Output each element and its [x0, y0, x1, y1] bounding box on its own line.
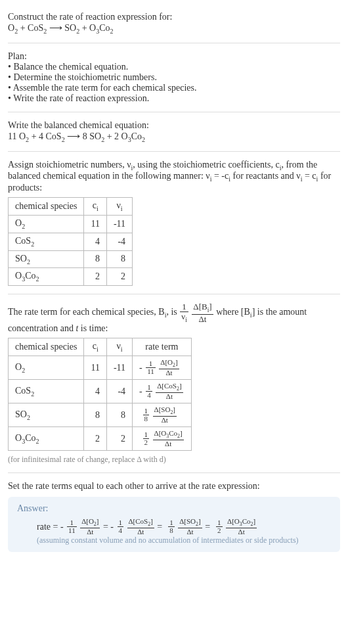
assign-text: Assign stoichiometric numbers, νi, using…: [8, 160, 340, 194]
balanced-block: Write the balanced chemical equation: 11…: [8, 120, 340, 143]
table-row: CoS2 4 -4 - 14 Δ[CoS2]Δt: [9, 380, 192, 403]
rate-table: chemical species ci νi rate term O2 11 -…: [8, 338, 192, 451]
table-row: SO2 8 8 18 Δ[SO2]Δt: [9, 403, 192, 427]
separator: [8, 151, 340, 152]
table-row: SO2 8 8: [9, 250, 133, 268]
document-root: Construct the rate of reaction expressio…: [0, 0, 348, 559]
table-row: CoS2 4 -4: [9, 233, 133, 250]
plan-item: • Determine the stoichiometric numbers.: [8, 72, 340, 83]
answer-expression: rate = - 111 Δ[O2]Δt = - 14 Δ[CoS2]Δt = …: [17, 518, 331, 536]
prompt-title: Construct the rate of reaction expressio…: [8, 12, 340, 22]
set-equal-text: Set the rate terms equal to each other t…: [8, 481, 340, 492]
rateterm-block: The rate term for each chemical species,…: [8, 302, 340, 465]
balanced-equation: 11 O2 + 4 CoS2 ⟶ 8 SO2 + 2 O3Co2: [8, 131, 340, 143]
set-equal-block: Set the rate terms equal to each other t…: [8, 481, 340, 492]
plan-item: • Write the rate of reaction expression.: [8, 93, 340, 104]
plan-item: • Assemble the rate term for each chemic…: [8, 83, 340, 93]
table-row: O2 11 -11: [9, 215, 133, 233]
separator: [8, 294, 340, 294]
plan-item: • Balance the chemical equation.: [8, 62, 340, 72]
rate-cell: 18 Δ[SO2]Δt: [133, 403, 192, 427]
table-row: O3Co2 2 2: [9, 268, 133, 286]
col-species: chemical species: [9, 198, 84, 216]
answer-box: Answer: rate = - 111 Δ[O2]Δt = - 14 Δ[Co…: [8, 497, 340, 552]
table-row: O3Co2 2 2 12 Δ[O3Co2]Δt: [9, 427, 192, 451]
table-header-row: chemical species ci νi: [9, 198, 133, 216]
answer-note: (assuming constant volume and no accumul…: [17, 536, 331, 545]
assign-block: Assign stoichiometric numbers, νi, using…: [8, 160, 340, 287]
balanced-title: Write the balanced chemical equation:: [8, 120, 340, 131]
infinitesimal-note: (for infinitesimal rate of change, repla…: [8, 455, 340, 465]
rate-cell: 12 Δ[O3Co2]Δt: [133, 427, 192, 451]
prompt-block: Construct the rate of reaction expressio…: [8, 12, 340, 35]
plan-title: Plan:: [8, 51, 340, 62]
col-vi: νi: [106, 198, 132, 216]
answer-label: Answer:: [17, 503, 331, 514]
table-header-row: chemical species ci νi rate term: [9, 338, 192, 356]
stoich-table: chemical species ci νi O2 11 -11 CoS2 4 …: [8, 197, 133, 286]
separator: [8, 43, 340, 43]
col-ci: ci: [84, 198, 106, 216]
unbalanced-equation: O2 + CoS2 ⟶ SO2 + O3Co2: [8, 22, 340, 35]
plan-block: Plan: • Balance the chemical equation. •…: [8, 51, 340, 104]
rateterm-generic: 1νi Δ[Bi]Δt: [179, 307, 216, 317]
table-row: O2 11 -11 - 111 Δ[O2]Δt: [9, 356, 192, 380]
rate-cell: - 14 Δ[CoS2]Δt: [133, 380, 192, 403]
separator: [8, 112, 340, 112]
rateterm-intro: The rate term for each chemical species,…: [8, 302, 340, 334]
separator: [8, 472, 340, 473]
rate-cell: - 111 Δ[O2]Δt: [133, 356, 192, 380]
